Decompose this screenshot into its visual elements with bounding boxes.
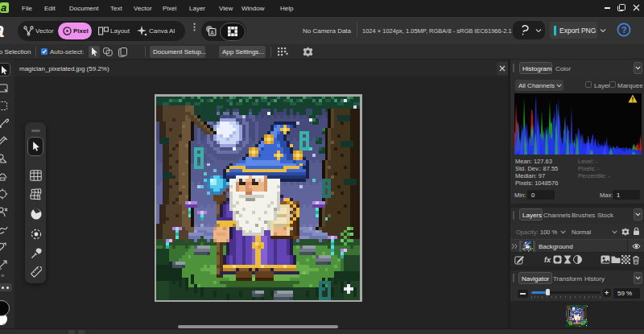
svg-text:?: ?	[621, 25, 627, 35]
svg-text:A: A	[210, 30, 214, 35]
